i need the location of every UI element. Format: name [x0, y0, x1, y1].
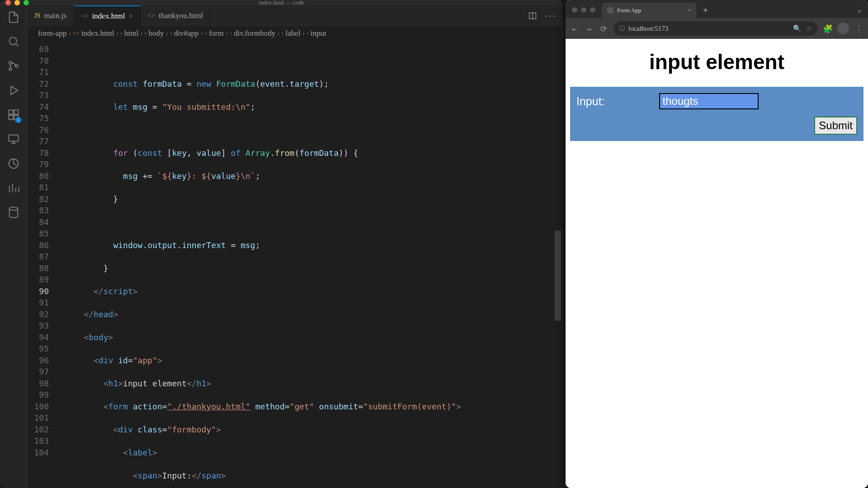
symbol-icon: ▫ — [170, 30, 172, 37]
crumb[interactable]: div.formbody — [234, 29, 275, 38]
site-info-icon[interactable]: ⓘ — [619, 24, 625, 33]
search-icon[interactable] — [7, 35, 20, 48]
extensions-icon[interactable]: 🧩 — [823, 24, 832, 33]
main-area: 1 JS main.js <> index.html × — [0, 5, 563, 488]
browser-toolbar: ← → ⟳ ⓘ localhost:5173 🔍 ☆ 🧩 ⋮ — [566, 18, 868, 39]
tab-title: Form App — [617, 7, 641, 14]
extensions-icon[interactable]: 1 — [7, 108, 20, 121]
svg-rect-8 — [9, 135, 18, 141]
tab-indexhtml[interactable]: <> index.html × — [74, 5, 141, 26]
browser-tabstrip: Form App × + ⌄ — [566, 0, 868, 18]
graph-icon[interactable] — [7, 182, 20, 194]
crumb[interactable]: html — [124, 29, 138, 38]
editor-column: JS main.js <> index.html × <> thankyou.h… — [27, 5, 563, 488]
bookmark-icon[interactable]: ☆ — [806, 24, 812, 33]
tab-label: thankyou.html — [159, 11, 203, 20]
chevron-right-icon: › — [68, 29, 71, 38]
symbol-icon: ▫ — [205, 30, 207, 37]
back-button[interactable]: ← — [570, 24, 579, 33]
minimize-window-icon[interactable] — [581, 7, 586, 13]
tab-label: index.html — [92, 12, 125, 21]
favicon-icon — [607, 7, 613, 14]
address-bar[interactable]: ⓘ localhost:5173 🔍 ☆ — [613, 21, 817, 36]
forward-button[interactable]: → — [585, 24, 594, 33]
new-tab-button[interactable]: + — [697, 5, 714, 18]
close-icon[interactable]: × — [688, 7, 691, 14]
symbol-icon: ▫ — [230, 30, 232, 37]
window-controls — [572, 7, 595, 13]
source-control-icon[interactable] — [7, 60, 20, 72]
fullscreen-window-icon[interactable] — [590, 7, 595, 13]
chevron-right-icon: › — [166, 29, 169, 38]
svg-rect-4 — [9, 110, 13, 114]
page-title: input element — [570, 50, 863, 74]
extensions-badge: 1 — [15, 117, 22, 123]
tabs-actions: ··· — [528, 5, 563, 26]
line-gutter: 6970717273747576777879808182838485868788… — [27, 41, 59, 488]
form-body: Input: Submit — [570, 87, 863, 141]
reload-button[interactable]: ⟳ — [599, 24, 608, 33]
chevron-right-icon: › — [140, 29, 143, 38]
more-icon[interactable]: ··· — [543, 12, 557, 20]
scrollbar[interactable] — [555, 41, 561, 488]
explorer-icon[interactable] — [7, 11, 20, 23]
testing-icon[interactable] — [7, 157, 20, 170]
chevron-right-icon: › — [277, 29, 280, 38]
breadcrumb[interactable]: form-app› <>index.html› ▫html› ▫body› ▫d… — [27, 26, 563, 41]
crumb[interactable]: div#app — [174, 29, 199, 38]
menu-icon[interactable]: ⋮ — [854, 24, 863, 33]
symbol-icon: ▫ — [120, 30, 123, 37]
browser-window: Form App × + ⌄ ← → ⟳ ⓘ localhost:5173 🔍 … — [566, 0, 868, 488]
crumb[interactable]: index.html — [81, 29, 114, 38]
remote-explorer-icon[interactable] — [7, 133, 20, 145]
titlebar: index.html — code — [0, 0, 563, 5]
svg-point-3 — [15, 65, 18, 67]
tab-label: main.js — [44, 11, 66, 20]
profile-avatar[interactable] — [837, 23, 849, 34]
close-icon[interactable]: × — [129, 12, 133, 20]
symbol-icon: ▫ — [282, 30, 284, 37]
scrollbar-thumb[interactable] — [555, 230, 561, 321]
chevron-right-icon: › — [302, 29, 305, 38]
crumb[interactable]: input — [311, 29, 326, 38]
close-window-icon[interactable] — [572, 7, 577, 13]
form-row: Input: — [576, 93, 857, 109]
svg-point-1 — [9, 61, 12, 64]
crumb[interactable]: label — [285, 29, 300, 38]
svg-rect-5 — [14, 110, 18, 114]
run-debug-icon[interactable] — [7, 84, 20, 97]
html-file-icon: <> — [148, 12, 155, 19]
crumb[interactable]: form — [209, 29, 224, 38]
chevron-right-icon: › — [116, 29, 119, 38]
svg-point-10 — [9, 207, 18, 210]
crumb[interactable]: body — [149, 29, 164, 38]
database-icon[interactable] — [7, 206, 20, 219]
split-editor-icon[interactable] — [528, 11, 537, 20]
html-file-icon: <> — [81, 13, 89, 20]
svg-rect-6 — [9, 115, 13, 119]
editor-tabs: JS main.js <> index.html × <> thankyou.h… — [27, 5, 563, 26]
chevron-right-icon: › — [201, 29, 203, 38]
svg-point-0 — [9, 38, 16, 45]
zoom-icon[interactable]: 🔍 — [793, 24, 802, 33]
crumb[interactable]: form-app — [38, 29, 66, 38]
submit-button[interactable]: Submit — [814, 117, 857, 135]
svg-point-2 — [9, 68, 12, 70]
tab-thankyouhtml[interactable]: <> thankyou.html — [141, 5, 211, 26]
code-editor[interactable]: 6970717273747576777879808182838485868788… — [27, 41, 563, 488]
chevron-down-icon[interactable]: ⌄ — [857, 5, 868, 18]
chevron-right-icon: › — [226, 29, 228, 38]
browser-tab[interactable]: Form App × — [602, 3, 697, 18]
symbol-icon: ▫ — [307, 30, 309, 37]
thoughts-input[interactable] — [659, 93, 759, 109]
activity-bar: 1 — [0, 5, 27, 488]
code-content[interactable]: const formData = new FormData(event.targ… — [59, 41, 563, 488]
html-file-icon: <> — [73, 30, 80, 37]
js-file-icon: JS — [34, 12, 40, 19]
url-text: localhost:5173 — [628, 25, 668, 33]
tab-mainjs[interactable]: JS main.js — [27, 5, 74, 26]
window-title: index.html — code — [0, 0, 563, 6]
vscode-window: index.html — code 1 JS main.js — [0, 0, 563, 488]
input-label: Input: — [576, 95, 605, 108]
symbol-icon: ▫ — [145, 30, 147, 37]
